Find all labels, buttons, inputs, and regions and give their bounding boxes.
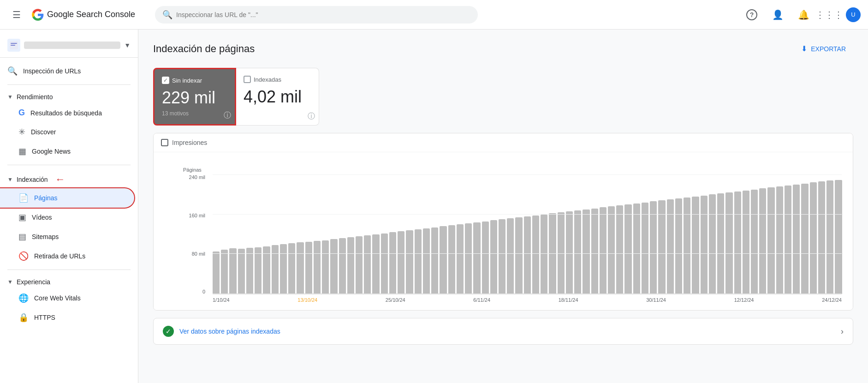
apps-button[interactable]: ⋮⋮⋮ — [820, 6, 838, 24]
chart-bar[interactable] — [280, 244, 287, 294]
chart-bar[interactable] — [532, 215, 539, 294]
chart-bar[interactable] — [767, 187, 774, 294]
chart-bar[interactable] — [238, 249, 245, 294]
chart-bar[interactable] — [507, 218, 514, 294]
info-icon-indexadas[interactable]: ⓘ — [308, 112, 315, 121]
chart-bar[interactable] — [642, 203, 648, 294]
chart-bar[interactable] — [457, 224, 464, 294]
chart-bar[interactable] — [600, 207, 606, 294]
sidebar-item-videos[interactable]: ▣ Vídeos — [0, 208, 134, 227]
chart-bar[interactable] — [213, 251, 220, 294]
chart-bar[interactable] — [314, 241, 321, 294]
chart-bar[interactable] — [297, 242, 303, 294]
chart-bar[interactable] — [701, 196, 707, 294]
chart-bar[interactable] — [818, 181, 825, 294]
sidebar-item-resultados-busqueda[interactable]: G Resultados de búsqueda — [0, 103, 134, 122]
help-button[interactable]: ? — [743, 6, 761, 24]
chart-bar[interactable] — [835, 180, 842, 294]
chart-bar[interactable] — [288, 243, 295, 294]
chart-bar[interactable] — [330, 239, 337, 294]
chart-bar[interactable] — [440, 226, 446, 294]
chart-bar[interactable] — [591, 209, 598, 294]
chart-bar[interactable] — [574, 210, 581, 294]
chart-bar[interactable] — [490, 220, 497, 294]
chart-bar[interactable] — [725, 192, 732, 294]
chart-bar[interactable] — [658, 200, 665, 294]
chart-bar[interactable] — [793, 185, 800, 294]
chart-bar[interactable] — [759, 188, 766, 294]
chart-bar[interactable] — [624, 204, 631, 294]
chart-bar[interactable] — [431, 227, 438, 294]
checkbox-sin-indexar[interactable]: ✓ — [162, 77, 169, 84]
chart-bar[interactable] — [826, 180, 833, 294]
chart-bar[interactable] — [583, 209, 589, 294]
chart-bar[interactable] — [743, 191, 749, 294]
chart-bar[interactable] — [448, 225, 455, 294]
chart-bar[interactable] — [389, 232, 396, 294]
search-input[interactable] — [176, 11, 470, 18]
chart-bar[interactable] — [364, 235, 371, 294]
chart-bar[interactable] — [515, 217, 522, 294]
chart-bar[interactable] — [541, 215, 547, 294]
search-input-wrap[interactable]: 🔍 — [155, 6, 478, 24]
sidebar-item-url-inspection[interactable]: 🔍 Inspección de URLs — [0, 61, 138, 81]
chart-bar[interactable] — [356, 236, 363, 294]
sidebar-section-rendimiento[interactable]: ▼ Rendimiento — [0, 89, 138, 103]
chart-bar[interactable] — [272, 245, 279, 294]
chart-bar[interactable] — [322, 240, 329, 294]
chart-bar[interactable] — [810, 182, 817, 294]
chart-bar[interactable] — [524, 216, 531, 294]
chart-bar[interactable] — [608, 206, 615, 294]
card-indexadas[interactable]: Indexadas 4,02 mil ⓘ — [236, 68, 319, 126]
sidebar-item-retirada-urls[interactable]: 🚫 Retirada de URLs — [0, 246, 134, 266]
sidebar-section-experiencia[interactable]: ▼ Experiencia — [0, 274, 138, 288]
chart-bar[interactable] — [465, 223, 472, 294]
chart-bar[interactable] — [751, 190, 758, 294]
chart-bar[interactable] — [785, 186, 791, 294]
chart-bar[interactable] — [406, 230, 413, 294]
chart-bar[interactable] — [717, 193, 724, 294]
chart-bar[interactable] — [305, 242, 312, 294]
chart-bar[interactable] — [801, 184, 808, 294]
sidebar-item-https[interactable]: 🔒 HTTPS — [0, 308, 134, 327]
people-button[interactable]: 👤 — [768, 6, 787, 24]
chart-bar[interactable] — [398, 231, 404, 294]
chart-bar[interactable] — [734, 192, 741, 294]
chart-bar[interactable] — [499, 219, 505, 294]
chart-bar[interactable] — [339, 238, 346, 294]
chart-bar[interactable] — [347, 237, 354, 294]
chart-bar[interactable] — [633, 203, 640, 294]
chart-bar[interactable] — [229, 248, 236, 294]
avatar[interactable]: U — [846, 7, 861, 22]
chart-bar[interactable] — [246, 248, 253, 294]
chart-bar[interactable] — [675, 198, 682, 294]
chart-bar[interactable] — [372, 234, 379, 294]
card-sin-indexar[interactable]: ✓ Sin indexar 229 mil 13 motivos ⓘ — [153, 68, 236, 126]
chart-bar[interactable] — [381, 233, 388, 294]
chart-bar[interactable] — [692, 197, 699, 294]
chart-bar[interactable] — [616, 205, 623, 294]
sidebar-item-paginas[interactable]: 📄 Páginas — [0, 188, 134, 208]
sidebar-item-discover[interactable]: ✳ Discover — [0, 122, 134, 142]
chart-bar[interactable] — [423, 228, 430, 294]
bottom-card-indexed[interactable]: ✓ Ver datos sobre páginas indexadas › — [153, 318, 853, 345]
chart-bar[interactable] — [650, 201, 657, 294]
search-bar[interactable]: 🔍 — [155, 6, 478, 24]
sidebar-item-core-web-vitals[interactable]: 🌐 Core Web Vitals — [0, 288, 134, 308]
sidebar-section-indexacion[interactable]: ▼ Indexación ← — [0, 169, 138, 188]
chart-bar[interactable] — [255, 247, 262, 294]
sidebar-item-sitemaps[interactable]: ▤ Sitemaps — [0, 227, 134, 246]
chart-bar[interactable] — [482, 221, 489, 294]
impressions-checkbox[interactable] — [161, 139, 168, 146]
info-icon-sin-indexar[interactable]: ⓘ — [224, 111, 231, 120]
hamburger-menu[interactable]: ☰ — [7, 6, 26, 24]
site-selector[interactable]: ▼ — [0, 33, 138, 58]
notifications-button[interactable]: 🔔 — [794, 6, 813, 24]
chart-bar[interactable] — [709, 194, 716, 294]
export-button[interactable]: ⬇ EXPORTAR — [794, 41, 853, 57]
checkbox-indexadas[interactable] — [244, 76, 251, 83]
chart-bar[interactable] — [776, 186, 783, 294]
chart-bar[interactable] — [566, 211, 573, 294]
chart-bar[interactable] — [473, 222, 480, 294]
chart-bar[interactable] — [221, 250, 228, 294]
